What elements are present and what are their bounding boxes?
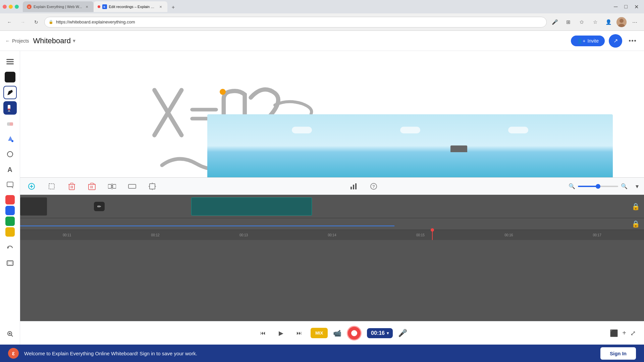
user-avatar[interactable]: [616, 17, 627, 27]
text-tool-button[interactable]: A: [3, 163, 17, 176]
svg-rect-37: [91, 183, 93, 184]
right-controls: ⬛ + ⤢: [610, 329, 636, 337]
playback-controls: ⏮ ▶ ⏭ MIX 📹 00:16 ▾ 🎤 ⬛: [20, 321, 644, 345]
svg-point-13: [11, 140, 13, 142]
sticker-tool-button[interactable]: [3, 178, 17, 192]
profile-icon[interactable]: 👤: [603, 17, 614, 27]
favorites-star-icon[interactable]: ✩: [576, 17, 587, 27]
svg-rect-12: [10, 122, 13, 126]
microphone-icon[interactable]: 🎤: [549, 17, 560, 27]
recording-indicator: [98, 5, 100, 8]
extensions-icon[interactable]: ⊞: [563, 17, 574, 27]
tl-help-tool[interactable]: ?: [368, 180, 380, 192]
refresh-button[interactable]: ↻: [31, 17, 42, 27]
tab2-close[interactable]: ✕: [158, 4, 163, 9]
tl-delete-tool[interactable]: [66, 180, 78, 192]
red-color-swatch[interactable]: [5, 195, 15, 204]
browser-navbar: ← → ↻ 🔒 https://whiteboard.explaineveryt…: [0, 13, 644, 31]
current-time: 00:16: [371, 330, 385, 336]
back-button[interactable]: ←: [4, 17, 15, 27]
svg-rect-27: [49, 184, 54, 189]
minimize-icon[interactable]: ─: [614, 4, 618, 10]
timeline-collapse-button[interactable]: ▾: [636, 183, 639, 190]
svg-rect-4: [6, 61, 14, 62]
svg-rect-28: [69, 184, 74, 190]
zoom-out-icon[interactable]: 🔍: [569, 183, 575, 189]
fast-forward-button[interactable]: ⏭: [293, 327, 305, 339]
canvas-area[interactable]: [20, 51, 644, 177]
tl-delete-all-tool[interactable]: [86, 180, 98, 192]
pip-button[interactable]: ⬛: [610, 329, 618, 337]
address-bar[interactable]: 🔒 https://whiteboard.explaineverything.c…: [44, 17, 547, 27]
zoom-slider[interactable]: [578, 186, 618, 187]
pen-black-tool[interactable]: [3, 86, 17, 99]
record-button[interactable]: [347, 326, 362, 341]
more-options-button[interactable]: [626, 37, 639, 44]
pencil-annotation-marker[interactable]: ✏: [94, 202, 105, 211]
tl-merge-tool[interactable]: [126, 180, 138, 192]
fill-tool-button[interactable]: [3, 132, 17, 145]
ruler-mark-6: 00:17: [593, 233, 601, 237]
forward-button[interactable]: →: [17, 17, 28, 27]
svg-rect-42: [128, 184, 136, 188]
tl-select-tool[interactable]: [46, 180, 58, 192]
play-button[interactable]: ▶: [274, 326, 288, 340]
video-clip-start[interactable]: [20, 197, 47, 216]
cloud-2: [400, 127, 420, 133]
svg-rect-10: [8, 109, 10, 110]
track-lock-icon[interactable]: 🔒: [632, 202, 640, 210]
active-color-swatch[interactable]: [5, 72, 15, 82]
maximize-window-btn[interactable]: [15, 5, 19, 9]
mix-button[interactable]: MIX: [311, 328, 328, 338]
frame-tool-button[interactable]: [3, 257, 17, 270]
hamburger-menu-button[interactable]: [3, 55, 17, 68]
blue-color-swatch[interactable]: [5, 206, 15, 215]
tl-edit-mode-tool[interactable]: [25, 180, 38, 192]
timeline-ruler: 00:11 00:12 00:13 00:14 00:15 00:16 00:1…: [20, 230, 644, 240]
video-clip-main[interactable]: [191, 197, 312, 216]
new-tab-button[interactable]: +: [169, 3, 178, 12]
more-options-icon[interactable]: ⋯: [629, 17, 640, 27]
tl-crop-tool[interactable]: [146, 180, 158, 192]
address-text[interactable]: https://whiteboard.explaineverything.com: [56, 19, 135, 24]
close-window-btn[interactable]: [3, 5, 7, 9]
invite-button[interactable]: 👤+ Invite: [571, 36, 605, 46]
mic-button[interactable]: 🎤: [398, 329, 407, 338]
tab1-favicon: ε: [27, 4, 32, 9]
fullscreen-button[interactable]: ⤢: [630, 329, 636, 337]
yellow-color-swatch[interactable]: [5, 227, 15, 237]
back-to-projects[interactable]: ← Projects: [5, 38, 29, 44]
share-button[interactable]: ↗: [609, 34, 622, 48]
camera-button[interactable]: 📹: [333, 329, 341, 337]
favorites-icon[interactable]: ☆: [590, 17, 600, 27]
tl-split-tool[interactable]: [106, 180, 118, 192]
back-arrow-icon: ←: [5, 38, 10, 44]
project-title-area[interactable]: Whiteboard ▾: [33, 37, 76, 45]
green-color-swatch[interactable]: [5, 217, 15, 226]
browser-tab-2[interactable]: E Edit recordings – Explain Everyth ✕: [94, 1, 167, 12]
tl-stats-tool[interactable]: [347, 180, 360, 192]
sign-in-button[interactable]: Sign In: [600, 347, 636, 360]
ruler-mark-5: 00:16: [504, 233, 513, 237]
color-palette: [5, 195, 15, 237]
marker-tool-button[interactable]: [3, 101, 17, 115]
rewind-button[interactable]: ⏮: [257, 327, 269, 339]
tab1-close[interactable]: ✕: [84, 4, 90, 9]
timeline-area: ✏ 🔒 🔒 00:11 0: [20, 195, 644, 321]
restore-icon[interactable]: □: [624, 4, 628, 10]
playhead[interactable]: [432, 230, 433, 240]
minimize-window-btn[interactable]: [9, 5, 13, 9]
zoom-in-button[interactable]: [3, 327, 17, 341]
shapes-tool-button[interactable]: [3, 147, 17, 161]
add-button[interactable]: +: [622, 329, 626, 337]
tab2-title: Edit recordings – Explain Everyth: [109, 5, 156, 9]
svg-rect-32: [70, 183, 73, 184]
audio-track-lock-icon[interactable]: 🔒: [632, 220, 640, 228]
browser-tab-1[interactable]: ε Explain Everything | Web W... ✕: [23, 1, 94, 12]
time-display[interactable]: 00:16 ▾: [367, 328, 393, 338]
undo-button[interactable]: [3, 241, 17, 255]
eraser-tool-button[interactable]: [3, 117, 17, 130]
close-icon[interactable]: ✕: [634, 4, 639, 10]
zoom-in-icon[interactable]: 🔍: [621, 183, 628, 189]
projects-label: Projects: [12, 38, 29, 44]
